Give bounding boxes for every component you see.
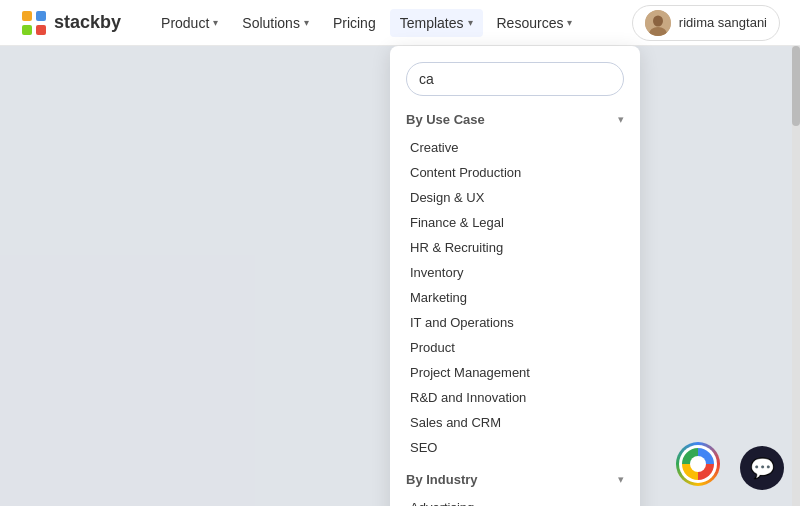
svg-rect-2 bbox=[22, 25, 32, 35]
list-item[interactable]: Product bbox=[406, 335, 624, 360]
list-item[interactable]: Marketing bbox=[406, 285, 624, 310]
resources-chevron-icon: ▾ bbox=[567, 17, 572, 28]
support-circle bbox=[676, 442, 720, 486]
list-item[interactable]: Content Production bbox=[406, 160, 624, 185]
solutions-chevron-icon: ▾ bbox=[304, 17, 309, 28]
use-case-chevron-icon[interactable]: ▾ bbox=[618, 113, 624, 126]
svg-rect-3 bbox=[36, 25, 46, 35]
user-name: ridima sangtani bbox=[679, 15, 767, 30]
avatar bbox=[645, 10, 671, 36]
nav-product[interactable]: Product ▾ bbox=[151, 9, 228, 37]
industry-section-header: By Industry ▾ bbox=[406, 472, 624, 487]
svg-rect-0 bbox=[22, 11, 32, 21]
nav-links: Product ▾ Solutions ▾ Pricing Templates … bbox=[151, 9, 632, 37]
list-item[interactable]: Project Management bbox=[406, 360, 624, 385]
use-case-title: By Use Case bbox=[406, 112, 485, 127]
logo[interactable]: stackby bbox=[20, 9, 121, 37]
industry-items: Advertising Community & Co-working Educa… bbox=[406, 495, 624, 506]
avatar-image bbox=[645, 10, 671, 36]
list-item[interactable]: Advertising bbox=[406, 495, 624, 506]
scrollbar[interactable] bbox=[792, 46, 800, 506]
template-search-input[interactable] bbox=[406, 62, 624, 96]
user-menu-button[interactable]: ridima sangtani bbox=[632, 5, 780, 41]
list-item[interactable]: IT and Operations bbox=[406, 310, 624, 335]
list-item[interactable]: R&D and Innovation bbox=[406, 385, 624, 410]
industry-chevron-icon[interactable]: ▾ bbox=[618, 473, 624, 486]
list-item[interactable]: HR & Recruiting bbox=[406, 235, 624, 260]
chat-icon: 💬 bbox=[750, 456, 775, 480]
templates-dropdown: By Use Case ▾ Creative Content Productio… bbox=[390, 46, 640, 506]
scrollbar-thumb[interactable] bbox=[792, 46, 800, 126]
use-case-section-header: By Use Case ▾ bbox=[406, 112, 624, 127]
svg-point-5 bbox=[653, 15, 663, 26]
list-item[interactable]: Creative bbox=[406, 135, 624, 160]
support-inner bbox=[682, 448, 714, 480]
nav-solutions[interactable]: Solutions ▾ bbox=[232, 9, 319, 37]
support-widget[interactable] bbox=[676, 442, 720, 486]
logo-text: stackby bbox=[54, 12, 121, 33]
chat-button[interactable]: 💬 bbox=[740, 446, 784, 490]
use-case-items: Creative Content Production Design & UX … bbox=[406, 135, 624, 460]
list-item[interactable]: Finance & Legal bbox=[406, 210, 624, 235]
industry-title: By Industry bbox=[406, 472, 478, 487]
list-item[interactable]: SEO bbox=[406, 435, 624, 460]
nav-resources[interactable]: Resources ▾ bbox=[487, 9, 583, 37]
navbar: stackby Product ▾ Solutions ▾ Pricing Te… bbox=[0, 0, 800, 46]
list-item[interactable]: Sales and CRM bbox=[406, 410, 624, 435]
logo-icon bbox=[20, 9, 48, 37]
product-chevron-icon: ▾ bbox=[213, 17, 218, 28]
svg-rect-1 bbox=[36, 11, 46, 21]
support-hole bbox=[690, 456, 706, 472]
templates-chevron-icon: ▾ bbox=[468, 17, 473, 28]
nav-templates[interactable]: Templates ▾ bbox=[390, 9, 483, 37]
list-item[interactable]: Inventory bbox=[406, 260, 624, 285]
list-item[interactable]: Design & UX bbox=[406, 185, 624, 210]
nav-pricing[interactable]: Pricing bbox=[323, 9, 386, 37]
